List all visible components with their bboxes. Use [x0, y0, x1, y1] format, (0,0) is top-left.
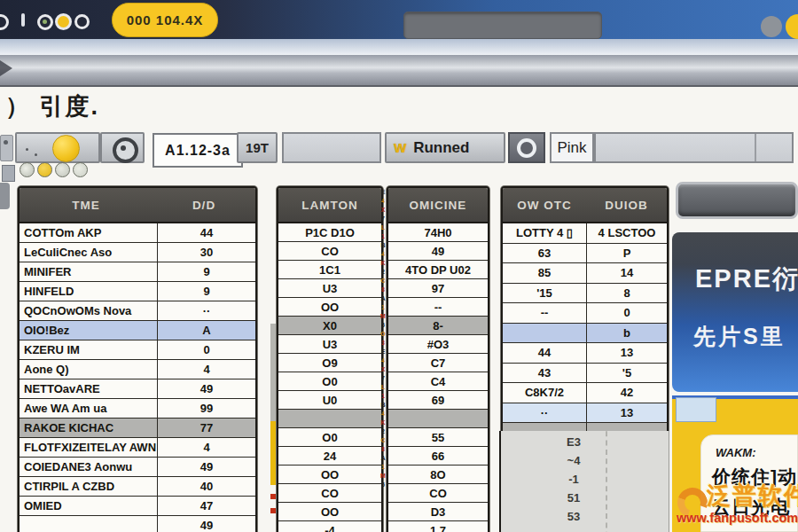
- table-row[interactable]: OO: [278, 466, 381, 484]
- divider-glyph: M: [380, 312, 386, 321]
- table-row[interactable]: #O3: [388, 335, 488, 354]
- divider-glyph: 7: [381, 215, 385, 223]
- runned-button[interactable]: W Runned: [385, 132, 505, 163]
- table-row[interactable]: 66: [388, 447, 488, 466]
- table-row[interactable]: U3: [278, 335, 381, 354]
- search-field[interactable]: [403, 12, 602, 39]
- table-row[interactable]: --: [388, 298, 488, 317]
- table-row[interactable]: C7: [388, 354, 488, 372]
- table-row[interactable]: 69: [388, 391, 488, 410]
- epre-banner[interactable]: EPRE衍 先片S里: [672, 232, 798, 392]
- table-row[interactable]: [388, 410, 488, 428]
- nav-home-icon[interactable]: [55, 13, 72, 30]
- mini-icon-1[interactable]: [20, 162, 35, 177]
- table-row[interactable]: P1C D1O: [278, 223, 381, 242]
- table-row[interactable]: MINIFER9: [20, 262, 255, 282]
- table-row[interactable]: OIO!BezA: [20, 321, 255, 340]
- mini-icon-4[interactable]: [73, 162, 88, 177]
- table-row[interactable]: 8O: [388, 466, 488, 484]
- collapse-arrow-icon[interactable]: [0, 60, 12, 76]
- dashed-divider: [606, 431, 607, 532]
- table-row[interactable]: 24: [278, 447, 381, 466]
- table-row[interactable]: D3: [388, 503, 488, 521]
- table-row[interactable]: [278, 410, 381, 428]
- table-row[interactable]: OMIED47: [20, 497, 255, 516]
- table-row[interactable]: --0: [503, 303, 667, 324]
- side-tab[interactable]: [0, 183, 10, 209]
- floor-button-label: 19T: [246, 140, 269, 155]
- pink-label-box[interactable]: Pink: [550, 132, 594, 163]
- table-row[interactable]: C8K7/242: [503, 383, 667, 403]
- table-row[interactable]: 55: [388, 428, 488, 447]
- table-row[interactable]: QOCnOwOMs Nova··: [20, 301, 255, 321]
- table-row[interactable]: Aone Q)4: [20, 360, 255, 379]
- table-row[interactable]: 4413: [503, 343, 667, 364]
- search-icon[interactable]: [113, 137, 138, 163]
- table-row[interactable]: C4: [388, 372, 488, 391]
- floor-button[interactable]: 19T: [237, 132, 278, 163]
- document-icon[interactable]: [2, 165, 15, 182]
- table-row[interactable]: 43'5: [503, 364, 667, 384]
- target-button[interactable]: [508, 132, 545, 163]
- empty-field-2[interactable]: [594, 132, 794, 163]
- table-row[interactable]: b: [503, 324, 667, 344]
- table-row[interactable]: 63P: [503, 244, 667, 264]
- table-row[interactable]: Awe WA Am ua99: [20, 399, 255, 419]
- runned-label: Runned: [413, 139, 469, 157]
- table-row[interactable]: '158: [503, 284, 667, 304]
- address-bar[interactable]: 000 104.4X: [112, 3, 218, 37]
- table-row[interactable]: COIEDANE3 Aonwu49: [20, 458, 255, 477]
- table-row[interactable]: LeCuliCnec Aso30: [20, 243, 255, 262]
- table-row[interactable]: LOTTY 4 ▯4 LSCTOO: [503, 223, 667, 244]
- table-cell: -4: [278, 524, 381, 532]
- table-row[interactable]: 8-: [388, 317, 488, 335]
- table-cell: 30: [157, 243, 255, 262]
- toolbar-group-record[interactable]: [15, 132, 100, 163]
- table-row[interactable]: 49: [388, 242, 488, 261]
- nav-forward-icon[interactable]: [74, 14, 90, 29]
- table-row[interactable]: HINFELD9: [20, 282, 255, 301]
- table-row[interactable]: U3: [278, 279, 381, 298]
- table-row[interactable]: CO: [388, 484, 488, 503]
- pencil-icon[interactable]: [0, 135, 13, 161]
- mini-icon-3[interactable]: [55, 162, 70, 177]
- table-row[interactable]: ··13: [503, 403, 667, 424]
- table-row[interactable]: 97: [388, 279, 488, 298]
- reference-input[interactable]: [153, 133, 243, 168]
- minimize-button[interactable]: [761, 16, 782, 37]
- table-row[interactable]: 74H0: [388, 223, 488, 242]
- table-row[interactable]: COTTOm AKP44: [20, 223, 255, 243]
- table-row[interactable]: X0: [278, 317, 381, 335]
- table-row[interactable]: NETTOavARE49: [20, 379, 255, 399]
- record-yellow-button[interactable]: [52, 135, 80, 162]
- table-row[interactable]: O9: [278, 354, 381, 372]
- table-row[interactable]: 1C1: [278, 261, 381, 279]
- panel-gray-button[interactable]: [676, 182, 798, 219]
- card-label: WAKM:: [716, 446, 797, 459]
- table-row[interactable]: -4: [278, 521, 381, 532]
- window-icon[interactable]: [0, 14, 9, 30]
- empty-field-1[interactable]: [282, 132, 381, 163]
- table-row[interactable]: OO: [278, 298, 381, 317]
- table-row[interactable]: O0: [278, 428, 381, 447]
- table-row[interactable]: 49: [20, 516, 255, 532]
- mini-icon-2[interactable]: [37, 162, 52, 177]
- table-row[interactable]: 8514: [503, 263, 667, 284]
- table-row[interactable]: 1.7: [388, 521, 488, 532]
- table-row[interactable]: CO: [278, 242, 381, 261]
- divider-glyph: X: [381, 206, 386, 215]
- table-row[interactable]: CO: [278, 484, 381, 503]
- close-button[interactable]: [786, 14, 798, 39]
- nav-back-icon[interactable]: [37, 14, 53, 30]
- table-row[interactable]: KZERU IM0: [20, 340, 255, 360]
- table-row[interactable]: 4TO DP U02: [388, 261, 488, 279]
- table-row[interactable]: RAKOE KICHAC77: [20, 419, 255, 438]
- table-row[interactable]: OO: [278, 503, 381, 521]
- yellow-panel-tab[interactable]: [676, 397, 716, 422]
- table-row[interactable]: CTIRPIL A CZBD40: [20, 477, 255, 497]
- divider-glyph: 8: [381, 445, 385, 454]
- table-row[interactable]: U0: [278, 391, 381, 410]
- table-row[interactable]: FLOTFXIZEITELAY AWN4: [20, 438, 255, 458]
- toolbar-group-search[interactable]: [100, 132, 145, 163]
- table-row[interactable]: O0: [278, 372, 381, 391]
